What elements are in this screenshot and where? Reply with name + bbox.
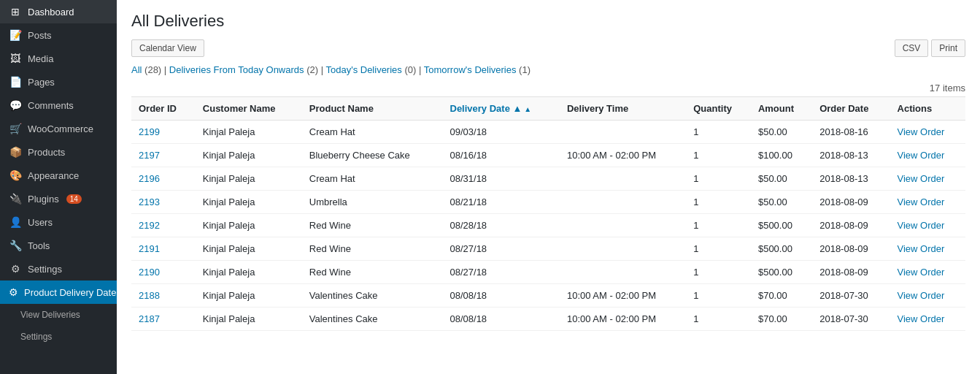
col-order-id: Order ID [131,97,196,121]
sidebar-item-label: Posts [28,30,52,41]
cell-delivery_time [560,214,686,237]
items-count: 17 items [131,83,965,94]
table-row: 2193Kinjal PalejaUmbrella08/21/181$50.00… [131,191,965,214]
cell-delivery_date: 08/08/18 [443,284,560,308]
main-content-area: All Deliveries Calendar View CSV Print A… [117,0,980,374]
col-amount: Amount [751,97,812,121]
sidebar-item-label: Settings [28,264,62,275]
cell-quantity: 1 [686,284,751,308]
csv-button[interactable]: CSV [895,39,929,57]
sidebar: ⊞Dashboard📝Posts🖼Media📄Pages💬Comments🛒Wo… [0,0,117,374]
cell-order_id[interactable]: 2192 [131,214,196,237]
cell-customer_name: Kinjal Paleja [196,191,302,214]
page-title: All Deliveries [131,12,965,31]
cell-order_date: 2018-07-30 [812,308,890,331]
filter-tomorrow[interactable]: Tomorrow's Deliveries [424,64,517,75]
print-button[interactable]: Print [931,39,965,57]
cell-order_id[interactable]: 2196 [131,167,196,191]
sidebar-item-label: View Deliveries [20,310,80,320]
sidebar-item-label: Pages [28,77,55,88]
comments-icon: 💬 [9,99,22,111]
cell-action[interactable]: View Order [890,121,965,144]
cell-action[interactable]: View Order [890,261,965,284]
sidebar-item-settings[interactable]: ⚙Settings [0,257,117,280]
cell-order_id[interactable]: 2188 [131,284,196,308]
cell-action[interactable]: View Order [890,308,965,331]
cell-order_id[interactable]: 2187 [131,308,196,331]
cell-delivery_time: 10:00 AM - 02:00 PM [560,308,686,331]
cell-order_id[interactable]: 2199 [131,121,196,144]
posts-icon: 📝 [9,29,22,41]
appearance-icon: 🎨 [9,169,22,181]
calendar-view-button[interactable]: Calendar View [131,39,204,57]
cell-order_date: 2018-08-09 [812,214,890,237]
cell-quantity: 1 [686,144,751,167]
cell-order_id[interactable]: 2190 [131,261,196,284]
sidebar-item-posts[interactable]: 📝Posts [0,23,117,47]
cell-action[interactable]: View Order [890,284,965,308]
cell-action[interactable]: View Order [890,191,965,214]
cell-amount: $50.00 [751,191,812,214]
filter-from-today[interactable]: Deliveries From Today Onwards [169,64,304,75]
cell-action[interactable]: View Order [890,167,965,191]
col-product-name: Product Name [302,97,443,121]
sidebar-item-label: Product Delivery Date [24,287,116,298]
sidebar-item-plugins[interactable]: 🔌Plugins14 [0,187,117,210]
cell-delivery_time: 10:00 AM - 02:00 PM [560,144,686,167]
product-delivery-date-icon: ⚙ [9,286,18,298]
pages-icon: 📄 [9,76,22,88]
cell-action[interactable]: View Order [890,144,965,167]
sidebar-item-product-delivery-date[interactable]: ⚙Product Delivery Date [0,280,117,304]
cell-customer_name: Kinjal Paleja [196,308,302,331]
cell-delivery_date: 08/21/18 [443,191,560,214]
sidebar-item-users[interactable]: 👤Users [0,210,117,234]
cell-action[interactable]: View Order [890,214,965,237]
sidebar-item-dashboard[interactable]: ⊞Dashboard [0,0,117,23]
cell-order_date: 2018-08-13 [812,167,890,191]
cell-delivery_date: 08/31/18 [443,167,560,191]
col-delivery-date[interactable]: Delivery Date ▲ [443,97,560,121]
sidebar-item-view-deliveries[interactable]: View Deliveries [0,304,117,326]
sidebar-item-products[interactable]: 📦Products [0,140,117,164]
cell-order_id[interactable]: 2197 [131,144,196,167]
filter-today-count: (0) [404,64,416,75]
col-delivery-time: Delivery Time [560,97,686,121]
cell-customer_name: Kinjal Paleja [196,261,302,284]
cell-product_name: Valentines Cake [302,308,443,331]
cell-delivery_time [560,121,686,144]
cell-action[interactable]: View Order [890,237,965,261]
sidebar-item-appearance[interactable]: 🎨Appearance [0,164,117,187]
dashboard-icon: ⊞ [9,6,22,18]
sidebar-item-media[interactable]: 🖼Media [0,47,117,70]
cell-product_name: Blueberry Cheese Cake [302,144,443,167]
tools-icon: 🔧 [9,240,22,251]
users-icon: 👤 [9,216,22,228]
filter-all-count: (28) [144,64,161,75]
woocommerce-icon: 🛒 [9,123,22,134]
sidebar-item-label: Products [28,147,65,158]
sidebar-item-label: Dashboard [28,7,74,18]
cell-quantity: 1 [686,308,751,331]
cell-quantity: 1 [686,237,751,261]
table-row: 2196Kinjal PalejaCream Hat08/31/181$50.0… [131,167,965,191]
settings-icon: ⚙ [9,263,22,275]
sidebar-item-sub-settings[interactable]: Settings [0,326,117,348]
cell-order_id[interactable]: 2193 [131,191,196,214]
cell-product_name: Red Wine [302,261,443,284]
filter-today[interactable]: Today's Deliveries [325,64,401,75]
cell-order_id[interactable]: 2191 [131,237,196,261]
filter-all[interactable]: All [131,64,142,75]
table-row: 2192Kinjal PalejaRed Wine08/28/181$500.0… [131,214,965,237]
sidebar-item-comments[interactable]: 💬Comments [0,94,117,117]
cell-delivery_time: 10:00 AM - 02:00 PM [560,284,686,308]
cell-quantity: 1 [686,167,751,191]
cell-amount: $500.00 [751,214,812,237]
cell-customer_name: Kinjal Paleja [196,144,302,167]
sidebar-item-tools[interactable]: 🔧Tools [0,234,117,257]
cell-product_name: Cream Hat [302,121,443,144]
cell-amount: $70.00 [751,308,812,331]
cell-customer_name: Kinjal Paleja [196,167,302,191]
sidebar-item-woocommerce[interactable]: 🛒WooCommerce [0,117,117,140]
cell-order_date: 2018-07-30 [812,284,890,308]
sidebar-item-pages[interactable]: 📄Pages [0,70,117,94]
